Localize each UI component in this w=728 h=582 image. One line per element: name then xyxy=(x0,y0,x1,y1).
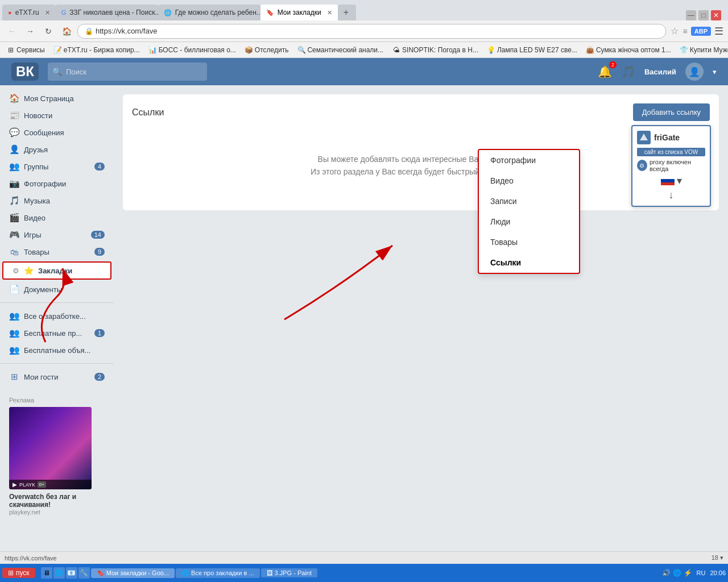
empty-text: Вы можете добавлять сюда интересные Вам … xyxy=(132,130,710,201)
russia-flag xyxy=(661,176,675,185)
zoom-level: 18 ▾ xyxy=(712,554,723,562)
sidebar-item-music[interactable]: 🎵 Музыка xyxy=(0,192,114,209)
maximize-button[interactable]: □ xyxy=(698,10,709,20)
taskbar-right: 🔊 🌐 ⚡ RU 20:06 xyxy=(662,569,726,577)
svg-marker-2 xyxy=(640,134,648,140)
bookmark-etxt[interactable]: 📝 eTXT.ru - Биржа копир... xyxy=(52,45,142,55)
sidebar-item-mypage[interactable]: 🏠 Моя Страница xyxy=(0,90,114,107)
bookmark-track[interactable]: 📦 Отследить xyxy=(243,45,291,55)
dropdown-item-links[interactable]: Ссылки xyxy=(479,252,579,273)
bookmarks-bar: ⊞ Сервисы 📝 eTXT.ru - Биржа копир... 📊 Б… xyxy=(0,42,728,58)
status-url: https://vk.com/fave xyxy=(5,555,57,562)
games-icon: 🎮 xyxy=(9,230,19,240)
sidebar-item-earn[interactable]: 👥 Все о заработке... xyxy=(0,307,114,325)
messages-icon: 💬 xyxy=(9,127,19,138)
tab-rebench[interactable]: 🌐 Где можно сделать ребен... ✕ xyxy=(158,5,260,20)
taskbar: ⊞ пуск 🖥 🌐 📧 🔧 🔖 Мои закладки - Goo... 🌐… xyxy=(0,564,728,582)
frigate-panel: friGate сайт из списка VOW ⚙ proxy включ… xyxy=(631,125,711,207)
dropdown-item-posts[interactable]: Записи xyxy=(479,191,579,211)
guests-badge: 2 xyxy=(94,373,105,381)
apps-icon: ⊞ xyxy=(7,46,15,54)
bookmark-sinoptik[interactable]: 🌤 SINOPTIK: Погода в Н... xyxy=(390,45,481,55)
dropdown-item-video[interactable]: Видео xyxy=(479,171,579,191)
dropdown-item-people[interactable]: Люди xyxy=(479,211,579,232)
tab-etxt[interactable]: ● eTXT.ru ✕ xyxy=(2,5,56,20)
sidebar-item-free2[interactable]: 👥 Бесплатные объя... xyxy=(0,342,114,359)
address-input[interactable]: 🔒 https://vk.com/fave xyxy=(77,24,666,39)
page-container: ВК 🔍 🔔 2 🎵 Василий 👤 ▾ xyxy=(0,58,728,551)
video-icon: 🎬 xyxy=(9,213,19,223)
add-link-button[interactable]: Добавить ссылку xyxy=(633,103,710,121)
sidebar-item-games[interactable]: 🎮 Игры 14 xyxy=(0,226,114,243)
bookmark-semantic[interactable]: 🔍 Семантический анали... xyxy=(295,45,386,55)
sidebar-guests-section: ⊞ Мои гости 2 xyxy=(0,363,114,385)
bookmark-boss[interactable]: 📊 БОСС - биллинговая о... xyxy=(147,45,238,55)
semantic-icon: 🔍 xyxy=(297,46,305,54)
sidebar-item-bookmarks[interactable]: ⚙ ⭐ Закладки xyxy=(2,261,111,280)
sinoptik-icon: 🌤 xyxy=(392,46,400,54)
bookmark-lamp[interactable]: 💡 Лампа LED 5W E27 све... xyxy=(485,45,580,55)
tab-close-bookmarks[interactable]: ✕ xyxy=(327,9,332,16)
tabs-bar: ● eTXT.ru ✕ G ЗЗГ николаев цена - Поиск.… xyxy=(0,0,728,20)
taskbar-item-paint[interactable]: 🖼 3.JPG - Paint xyxy=(261,568,317,577)
tab-new[interactable]: + xyxy=(338,5,356,20)
star-icon: ⭐ xyxy=(24,266,34,275)
frigate-title: friGate xyxy=(654,133,680,142)
section-title: Ссылки xyxy=(132,107,164,118)
sidebar-item-guests[interactable]: ⊞ Мои гости 2 xyxy=(0,368,114,385)
free2-icon: 👥 xyxy=(9,345,19,355)
sidebar-item-photos[interactable]: 📷 Фотографии xyxy=(0,175,114,192)
minimize-button[interactable]: — xyxy=(686,10,696,20)
start-button[interactable]: ⊞ пуск xyxy=(2,568,35,578)
sidebar-item-news[interactable]: 📰 Новости xyxy=(0,107,114,124)
sidebar-item-free1[interactable]: 👥 Бесплатные пр... 1 xyxy=(0,325,114,342)
sidebar-item-goods[interactable]: 🛍 Товары 9 xyxy=(0,243,114,260)
search-input[interactable] xyxy=(48,63,207,81)
bookmark-bag[interactable]: 👜 Сумка жіноча оптом 1... xyxy=(584,45,673,55)
guests-icon: ⊞ xyxy=(9,372,19,382)
taskbar-item-bookmarks[interactable]: 🔖 Мои закладки - Goo... xyxy=(91,568,175,578)
notifications-icon[interactable]: 🔔 2 xyxy=(598,65,612,78)
games-badge: 14 xyxy=(91,231,105,239)
taskbar-icon1[interactable]: 🖥 xyxy=(41,567,52,579)
tab-close-etxt[interactable]: ✕ xyxy=(45,9,50,16)
time-display: 20:06 xyxy=(710,569,726,576)
track-icon: 📦 xyxy=(245,46,253,54)
tab-search[interactable]: G ЗЗГ николаев цена - Поиск... ✕ xyxy=(56,5,158,20)
search-icon: 🔍 xyxy=(52,67,62,76)
user-name[interactable]: Василий xyxy=(644,68,676,76)
section-header: Ссылки Добавить ссылку xyxy=(132,103,710,121)
vk-logo[interactable]: ВК xyxy=(11,63,39,81)
forward-button[interactable]: → xyxy=(23,24,38,39)
home-button[interactable]: 🏠 xyxy=(59,24,74,39)
bookmark-shirt[interactable]: 👕 Купити Мужская Руба... xyxy=(678,45,728,55)
back-button[interactable]: ← xyxy=(5,24,19,39)
dropdown-item-photos[interactable]: Фотографии xyxy=(479,150,579,171)
avatar[interactable]: 👤 xyxy=(685,63,704,81)
tab-bookmarks[interactable]: 🔖 Мои закладки ✕ xyxy=(260,5,338,20)
sidebar-item-groups[interactable]: 👥 Группы 4 xyxy=(0,158,114,175)
dropdown-item-goods[interactable]: Товары xyxy=(479,232,579,252)
sidebar-item-messages[interactable]: 💬 Сообщения xyxy=(0,124,114,141)
taskbar-icon3[interactable]: 📧 xyxy=(66,567,77,579)
taskbar-icon2[interactable]: 🌐 xyxy=(53,567,65,579)
refresh-button[interactable]: ↻ xyxy=(41,24,56,39)
sidebar-item-friends[interactable]: 👤 Друзья xyxy=(0,141,114,158)
sidebar-item-docs[interactable]: 📄 Документы xyxy=(0,281,114,298)
taskbar-icon4[interactable]: 🔧 xyxy=(78,567,90,579)
frigate-vow-label: сайт из списка VOW xyxy=(637,148,705,156)
bookmark-services[interactable]: ⊞ Сервисы xyxy=(5,45,47,55)
bookmark-star-icon[interactable]: ☆ xyxy=(671,26,679,36)
bag-icon: 👜 xyxy=(586,46,594,54)
reader-icon[interactable]: ≡ xyxy=(683,27,688,36)
user-menu-arrow[interactable]: ▾ xyxy=(713,68,717,76)
sidebar-item-video[interactable]: 🎬 Видео xyxy=(0,209,114,226)
chrome-menu-button[interactable]: ☰ xyxy=(714,25,723,38)
close-button[interactable]: ✕ xyxy=(711,10,721,20)
abp-extension-button[interactable]: АВР xyxy=(691,27,711,36)
language-indicator[interactable]: RU xyxy=(697,569,706,576)
taskbar-item-allbookmarks[interactable]: 🌐 Все про закладки в ... xyxy=(176,568,259,578)
music-icon[interactable]: 🎵 xyxy=(621,65,635,78)
ad-title[interactable]: Overwatch без лаг и скачивания! xyxy=(9,493,105,509)
ad-image[interactable]: ▶ PLAYК 0+ xyxy=(9,407,92,489)
